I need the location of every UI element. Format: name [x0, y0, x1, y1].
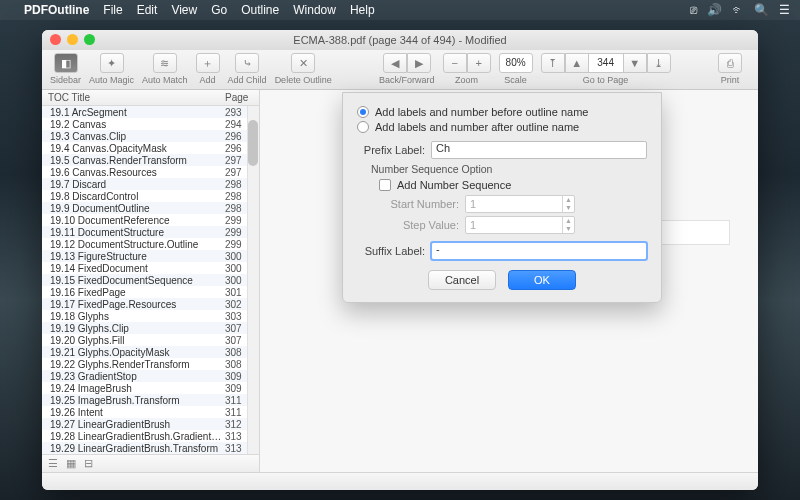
suffix-input[interactable]: -	[431, 242, 647, 260]
scrollbar-thumb[interactable]	[248, 120, 258, 166]
toc-title: 19.16 FixedPage	[50, 287, 225, 298]
toc-row[interactable]: 19.28 LinearGradientBrush.GradientStops3…	[42, 430, 259, 442]
stepper-up-icon[interactable]: ▲	[563, 217, 574, 225]
print-button[interactable]: ⎙	[718, 53, 742, 73]
window-zoom-button[interactable]	[84, 34, 95, 45]
toc-title: 19.14 FixedDocument	[50, 263, 225, 274]
page-last-button[interactable]: ⤓	[647, 53, 671, 73]
wand-icon: ✦	[107, 57, 116, 70]
toc-row[interactable]: 19.19 Glyphs.Clip307	[42, 322, 259, 334]
menu-edit[interactable]: Edit	[137, 3, 158, 17]
cancel-button[interactable]: Cancel	[428, 270, 496, 290]
prefix-input[interactable]: Ch	[431, 141, 647, 159]
toc-row[interactable]: 19.22 Glyphs.RenderTransform308	[42, 358, 259, 370]
stepper-up-icon[interactable]: ▲	[563, 196, 574, 204]
step-value-stepper[interactable]: 1 ▲▼	[465, 216, 575, 234]
outline-view-icon[interactable]: ⊟	[84, 457, 93, 470]
menu-extras-icon[interactable]: ☰	[779, 3, 790, 17]
spotlight-icon[interactable]: 🔍	[754, 3, 769, 17]
add-number-seq-checkbox[interactable]	[379, 179, 391, 191]
zoom-out-button[interactable]: −	[443, 53, 467, 73]
title-bar[interactable]: ECMA-388.pdf (page 344 of 494) - Modifie…	[42, 30, 758, 50]
page-first-button[interactable]: ⤒	[541, 53, 565, 73]
toc-row[interactable]: 19.17 FixedPage.Resources302	[42, 298, 259, 310]
toc-row[interactable]: 19.25 ImageBrush.Transform311	[42, 394, 259, 406]
menu-help[interactable]: Help	[350, 3, 375, 17]
radio-before[interactable]	[357, 106, 369, 118]
toc-row[interactable]: 19.16 FixedPage301	[42, 286, 259, 298]
toc-row[interactable]: 19.11 DocumentStructure299	[42, 226, 259, 238]
airplay-icon[interactable]: ⎚	[690, 3, 697, 17]
toc-row[interactable]: 19.5 Canvas.RenderTransform297	[42, 154, 259, 166]
step-value-value: 1	[470, 219, 476, 231]
toc-list[interactable]: 19.1 ArcSegment29319.2 Canvas29419.3 Can…	[42, 106, 259, 454]
scale-field[interactable]: 80%	[499, 53, 533, 73]
start-number-stepper[interactable]: 1 ▲▼	[465, 195, 575, 213]
automatch-button[interactable]: ≋	[153, 53, 177, 73]
volume-icon[interactable]: 🔊	[707, 3, 722, 17]
wifi-icon[interactable]: ᯤ	[732, 3, 744, 17]
app-name[interactable]: PDFOutline	[24, 3, 89, 17]
toc-row[interactable]: 19.3 Canvas.Clip296	[42, 130, 259, 142]
automagic-button[interactable]: ✦	[100, 53, 124, 73]
menu-go[interactable]: Go	[211, 3, 227, 17]
page-field[interactable]: 344	[589, 53, 623, 73]
add-child-button[interactable]: ⤷	[235, 53, 259, 73]
window-minimize-button[interactable]	[67, 34, 78, 45]
toc-row[interactable]: 19.1 ArcSegment293	[42, 106, 259, 118]
menu-outline[interactable]: Outline	[241, 3, 279, 17]
toc-row[interactable]: 19.2 Canvas294	[42, 118, 259, 130]
toc-row[interactable]: 19.4 Canvas.OpacityMask296	[42, 142, 259, 154]
delete-outline-button[interactable]: ✕	[291, 53, 315, 73]
back-button[interactable]: ◀	[383, 53, 407, 73]
sidebar-header-title[interactable]: TOC Title	[42, 92, 225, 103]
toc-row[interactable]: 19.15 FixedDocumentSequence300	[42, 274, 259, 286]
sidebar-toggle-button[interactable]: ◧	[54, 53, 78, 73]
toc-title: 19.24 ImageBrush	[50, 383, 225, 394]
toc-row[interactable]: 19.10 DocumentReference299	[42, 214, 259, 226]
status-bar	[42, 472, 758, 490]
stepper-down-icon[interactable]: ▼	[563, 204, 574, 212]
toc-row[interactable]: 19.8 DiscardControl298	[42, 190, 259, 202]
window-close-button[interactable]	[50, 34, 61, 45]
step-value-label: Step Value:	[389, 219, 459, 231]
toc-row[interactable]: 19.23 GradientStop309	[42, 370, 259, 382]
sidebar-header-page[interactable]: Page	[225, 92, 259, 103]
toc-row[interactable]: 19.21 Glyphs.OpacityMask308	[42, 346, 259, 358]
page-prev-button[interactable]: ▲	[565, 53, 589, 73]
toc-row[interactable]: 19.13 FigureStructure300	[42, 250, 259, 262]
toc-row[interactable]: 19.27 LinearGradientBrush312	[42, 418, 259, 430]
toc-title: 19.28 LinearGradientBrush.GradientStops	[50, 431, 225, 442]
zoom-in-button[interactable]: +	[467, 53, 491, 73]
scrollbar-track[interactable]	[247, 106, 259, 454]
forward-icon: ▶	[415, 57, 423, 70]
menu-window[interactable]: Window	[293, 3, 336, 17]
toc-title: 19.17 FixedPage.Resources	[50, 299, 225, 310]
toc-row[interactable]: 19.29 LinearGradientBrush.Transform313	[42, 442, 259, 454]
add-button[interactable]: ＋	[196, 53, 220, 73]
toc-row[interactable]: 19.12 DocumentStructure.Outline299	[42, 238, 259, 250]
toc-row[interactable]: 19.7 Discard298	[42, 178, 259, 190]
stepper-down-icon[interactable]: ▼	[563, 225, 574, 233]
menu-file[interactable]: File	[103, 3, 122, 17]
toc-title: 19.9 DocumentOutline	[50, 203, 225, 214]
radio-after[interactable]	[357, 121, 369, 133]
sidebar-icon: ◧	[61, 57, 71, 70]
toc-row[interactable]: 19.18 Glyphs303	[42, 310, 259, 322]
toc-row[interactable]: 19.6 Canvas.Resources297	[42, 166, 259, 178]
toc-title: 19.10 DocumentReference	[50, 215, 225, 226]
toc-row[interactable]: 19.26 Intent311	[42, 406, 259, 418]
toc-row[interactable]: 19.24 ImageBrush309	[42, 382, 259, 394]
forward-button[interactable]: ▶	[407, 53, 431, 73]
menu-view[interactable]: View	[171, 3, 197, 17]
add-child-icon: ⤷	[243, 57, 252, 70]
toc-title: 19.4 Canvas.OpacityMask	[50, 143, 225, 154]
list-view-icon[interactable]: ☰	[48, 457, 58, 470]
page-next-button[interactable]: ▼	[623, 53, 647, 73]
toc-row[interactable]: 19.20 Glyphs.Fill307	[42, 334, 259, 346]
grid-view-icon[interactable]: ▦	[66, 457, 76, 470]
ok-button[interactable]: OK	[508, 270, 576, 290]
toc-row[interactable]: 19.14 FixedDocument300	[42, 262, 259, 274]
toc-row[interactable]: 19.9 DocumentOutline298	[42, 202, 259, 214]
last-icon: ⤓	[654, 57, 663, 70]
